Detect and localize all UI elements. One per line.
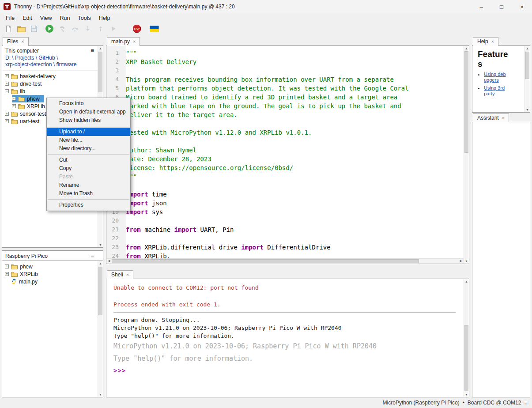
scroll-down-icon[interactable]: ▼ — [525, 108, 530, 111]
shell-vertical-scrollbar[interactable]: ▲ ▼ — [464, 279, 469, 397]
support-ukraine-button[interactable] — [148, 24, 160, 35]
code-line-18[interactable]: 18import json — [106, 199, 464, 208]
stop-restart-button[interactable]: STOP — [131, 24, 143, 35]
menu-tools[interactable]: Tools — [74, 14, 95, 22]
tree-item-inner[interactable]: +XRPLib — [5, 270, 42, 278]
context-menu-item-new-directory[interactable]: New directory... — [47, 144, 130, 153]
shell-panel[interactable]: Unable to connect to COM12: port not fou… — [106, 279, 469, 397]
code-line-1[interactable]: 1""" — [106, 49, 464, 57]
tree-item-inner[interactable]: main.py — [5, 278, 42, 285]
tab-help[interactable]: Help × — [473, 37, 498, 46]
context-menu-item-properties[interactable]: Properties — [47, 201, 130, 209]
close-button[interactable]: × — [512, 0, 532, 13]
context-menu-item-show-hidden-files[interactable]: Show hidden files — [47, 116, 130, 125]
code-line-11[interactable]: 11 — [106, 137, 464, 146]
scroll-down-icon[interactable]: ▼ — [98, 393, 103, 396]
expand-icon[interactable]: + — [5, 74, 9, 78]
close-icon[interactable]: × — [491, 39, 494, 44]
help-link-using-3rd-party[interactable]: Using 3rd party — [484, 85, 505, 96]
tab-files[interactable]: Files × — [3, 37, 29, 46]
statusbar-menu-icon[interactable]: ≡ — [524, 400, 528, 406]
scroll-up-icon[interactable]: ▲ — [98, 262, 103, 265]
minimize-button[interactable]: – — [471, 0, 491, 13]
tree-item-inner[interactable]: +phew — [5, 263, 37, 270]
scroll-down-icon[interactable]: ▼ — [98, 243, 103, 246]
code-line-12[interactable]: 12Author: Shawn Hymel — [106, 146, 464, 155]
maximize-button[interactable]: □ — [491, 0, 512, 13]
scroll-right-icon[interactable]: ▶ — [460, 259, 462, 263]
code-line-2[interactable]: 2XRP Basket Delivery — [106, 57, 464, 66]
pico-vertical-scrollbar[interactable]: ▲ ▼ — [98, 261, 103, 397]
code-line-4[interactable]: 4This program receives bounding box info… — [106, 75, 464, 84]
tree-item-inner[interactable]: +drive-test — [5, 80, 45, 87]
tab-assistant[interactable]: Assistant × — [473, 113, 509, 122]
context-menu-item-focus-into[interactable]: Focus into — [47, 99, 130, 108]
tree-item-inner[interactable]: −lib — [5, 87, 29, 95]
save-file-button[interactable] — [28, 24, 40, 35]
scroll-up-icon[interactable]: ▲ — [98, 47, 103, 50]
context-menu-item-rename[interactable]: Rename — [47, 181, 130, 189]
tree-item-lib[interactable]: −lib — [2, 87, 103, 95]
context-menu-item-open-in-default-external-app[interactable]: Open in default external app — [47, 108, 130, 116]
menu-help[interactable]: Help — [95, 14, 114, 22]
code-line-15[interactable]: 15""" — [106, 172, 464, 181]
statusbar-port[interactable]: Board CDC @ COM12 — [468, 400, 521, 406]
code-line-20[interactable]: 20 — [106, 216, 464, 225]
close-icon[interactable]: × — [126, 272, 129, 277]
help-link-using-debuggers[interactable]: Using debuggers — [484, 72, 506, 83]
new-file-button[interactable] — [3, 24, 14, 35]
expand-icon[interactable]: + — [12, 104, 16, 108]
files-breadcrumb[interactable]: D: \ Projects \ GitHub \ xrp-object-dete… — [2, 55, 103, 71]
statusbar-backend[interactable]: MicroPython (Raspberry Pi Pico) — [383, 400, 460, 406]
editor-horizontal-scrollbar[interactable]: ◀ ▶ — [106, 258, 464, 264]
expand-icon[interactable]: + — [5, 119, 9, 123]
menu-edit[interactable]: Edit — [19, 14, 36, 22]
tree-item-inner[interactable]: +uart-test — [5, 117, 43, 125]
tree-item-inner[interactable]: +sensor-test — [5, 110, 50, 117]
tree-item-basket-delivery[interactable]: +basket-delivery — [2, 72, 103, 80]
code-lines[interactable]: 1"""2XRP Basket Delivery34This program r… — [106, 46, 464, 258]
resume-button[interactable] — [108, 24, 119, 35]
code-line-7[interactable]: 7marked with blue tape on the ground. Th… — [106, 102, 464, 110]
scroll-thumb[interactable] — [98, 267, 102, 315]
menu-run[interactable]: Run — [56, 14, 74, 22]
scroll-left-icon[interactable]: ◀ — [108, 259, 110, 263]
code-editor[interactable]: 1"""2XRP Basket Delivery34This program r… — [106, 45, 469, 264]
code-line-24[interactable]: 24from XRPLib. — [106, 252, 464, 258]
close-icon[interactable]: × — [133, 39, 136, 44]
menu-file[interactable]: File — [2, 14, 19, 22]
tab-shell[interactable]: Shell × — [107, 270, 133, 279]
expand-icon[interactable]: + — [12, 97, 16, 101]
scroll-up-icon[interactable]: ▲ — [464, 280, 469, 283]
step-out-button[interactable] — [95, 24, 106, 35]
code-line-22[interactable]: 22 — [106, 234, 464, 243]
tree-item-inner[interactable]: +phew — [12, 95, 44, 102]
scroll-thumb[interactable] — [112, 259, 419, 263]
code-line-17[interactable]: 17import time — [106, 190, 464, 199]
step-into-button[interactable] — [82, 24, 94, 35]
editor-vertical-scrollbar[interactable]: ▲ ▼ — [464, 46, 469, 264]
step-over-button[interactable] — [69, 24, 81, 35]
scroll-thumb[interactable] — [464, 325, 468, 391]
debug-current-script-button[interactable] — [57, 24, 68, 35]
context-menu-item-move-to-trash[interactable]: Move to Trash — [47, 189, 130, 198]
expand-icon[interactable]: + — [5, 264, 9, 268]
close-icon[interactable]: × — [502, 115, 505, 121]
tree-item-drive-test[interactable]: +drive-test — [2, 80, 103, 87]
context-menu-item-new-file[interactable]: New file... — [47, 136, 130, 144]
shell-output[interactable]: Unable to connect to COM12: port not fou… — [106, 279, 464, 397]
open-file-button[interactable] — [15, 24, 27, 35]
code-line-8[interactable]: 8deliver it to the target area. — [106, 110, 464, 119]
tree-item-main-py[interactable]: main.py — [2, 278, 103, 285]
pico-menu-icon[interactable]: ≡ — [91, 253, 101, 259]
code-line-6[interactable]: 6Micro board trained to identify a red 3… — [106, 93, 464, 102]
context-menu-item-upload-to[interactable]: Upload to / — [47, 128, 130, 136]
scroll-up-icon[interactable]: ▲ — [464, 47, 469, 50]
code-line-21[interactable]: 21from machine import UART, Pin — [106, 225, 464, 234]
files-path-line1[interactable]: D: \ Projects \ GitHub \ — [5, 55, 100, 61]
code-line-3[interactable]: 3 — [106, 66, 464, 75]
menu-view[interactable]: View — [36, 14, 56, 22]
scroll-thumb[interactable] — [98, 52, 102, 92]
collapse-icon[interactable]: − — [5, 89, 9, 93]
files-path-line2[interactable]: xrp-object-detection \ firmware — [5, 61, 100, 68]
